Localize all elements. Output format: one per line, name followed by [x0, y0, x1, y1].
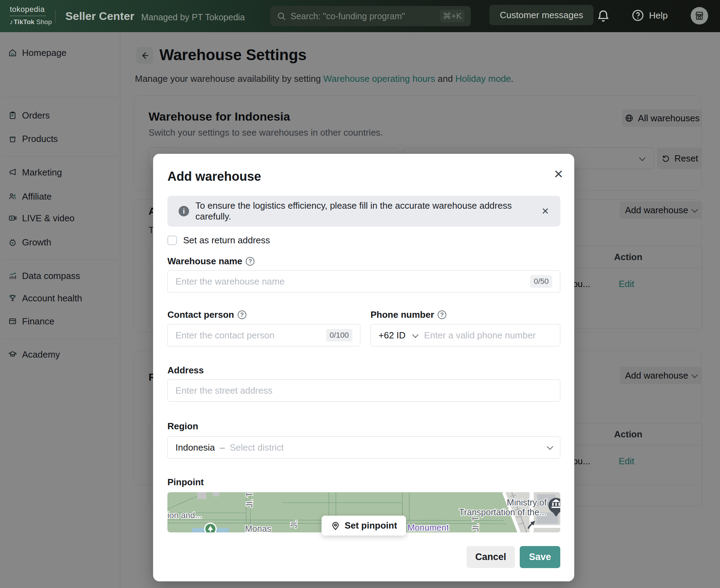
- add-warehouse-modal: Add warehouse ✕ i To ensure the logistic…: [153, 154, 574, 581]
- pinpoint-label: Pinpoint: [167, 477, 204, 488]
- contact-person-label: Contact person ?: [167, 309, 246, 320]
- modal-title: Add warehouse: [167, 169, 261, 184]
- set-pinpoint-button[interactable]: Set pinpoint: [322, 516, 406, 536]
- return-address-checkbox[interactable]: [167, 236, 177, 245]
- tokopedia-tiktok-logo: tokopedia ♪ TikTok Shop: [10, 5, 52, 26]
- svg-text:Jl. T: Jl. T: [471, 516, 480, 532]
- region-label: Region: [167, 421, 198, 432]
- help-circle-icon[interactable]: ?: [238, 310, 246, 319]
- help-circle-icon[interactable]: ?: [246, 257, 254, 266]
- pin-icon: [331, 521, 340, 531]
- tokopedia-logo: tokopedia: [10, 5, 52, 14]
- region-select[interactable]: Indonesia – Select district: [167, 436, 560, 459]
- region-separator: –: [220, 442, 225, 453]
- phone-number-input[interactable]: +62 ID Enter a valid phone number: [370, 324, 560, 346]
- address-label: Address: [167, 365, 204, 376]
- svg-text:Monument: Monument: [408, 523, 449, 532]
- info-banner: i To ensure the logistics efficiency, pl…: [167, 196, 560, 227]
- svg-text:Monas: Monas: [245, 524, 271, 532]
- return-address-row: Set as return address: [167, 235, 270, 246]
- warehouse-name-label: Warehouse name ?: [167, 256, 254, 267]
- phone-number-label: Phone number ?: [370, 309, 446, 320]
- phone-country-prefix[interactable]: +62 ID: [379, 330, 405, 341]
- app-title: Seller Center: [65, 10, 134, 23]
- svg-text:Jl.: Jl.: [289, 520, 298, 528]
- help-label: Help: [649, 10, 668, 21]
- warehouse-name-input[interactable]: Enter the warehouse name 0/50: [167, 270, 560, 293]
- notification-bell-icon[interactable]: [596, 8, 611, 24]
- svg-text:Transportation of the...: Transportation of the...: [459, 507, 547, 517]
- topbar-divider: [55, 10, 56, 23]
- customer-messages-button[interactable]: Customer messages: [489, 5, 593, 25]
- svg-text:Ministry of: Ministry of: [507, 497, 547, 507]
- managed-by-label: Managed by PT Tokopedia: [141, 12, 245, 22]
- search-icon: [276, 11, 286, 21]
- address-input[interactable]: Enter the street address: [167, 379, 560, 402]
- search-input[interactable]: Search: "co-funding program" ⌘+K: [270, 6, 471, 26]
- help-circle-icon[interactable]: ?: [438, 310, 446, 319]
- return-address-label: Set as return address: [183, 235, 270, 246]
- help-button[interactable]: Help: [631, 8, 668, 22]
- logo-divider-line: [10, 16, 46, 16]
- svg-text:Jl. Tit: Jl. Tit: [245, 492, 254, 508]
- save-button[interactable]: Save: [520, 546, 560, 568]
- cancel-button[interactable]: Cancel: [467, 546, 515, 568]
- chevron-down-icon: [412, 331, 419, 338]
- search-shortcut: ⌘+K: [440, 10, 465, 22]
- top-bar: tokopedia ♪ TikTok Shop Seller Center Ma…: [0, 0, 720, 32]
- tiktok-shop-logo: ♪ TikTok Shop: [10, 18, 52, 26]
- info-icon: i: [179, 206, 189, 216]
- store-icon: [694, 10, 705, 21]
- banner-close-icon[interactable]: ✕: [541, 206, 549, 217]
- svg-text:ion and...: ion and...: [167, 510, 202, 520]
- char-counter: 0/50: [530, 275, 552, 288]
- shop-avatar[interactable]: [691, 7, 708, 24]
- banner-text: To ensure the logistics efficiency, plea…: [195, 200, 535, 222]
- close-icon[interactable]: ✕: [551, 166, 566, 182]
- char-counter: 0/100: [326, 329, 352, 342]
- contact-person-input[interactable]: Enter the contact person 0/100: [167, 324, 360, 346]
- chevron-down-icon: [547, 443, 553, 450]
- help-icon: [631, 8, 645, 22]
- search-placeholder: Search: "co-funding program": [290, 11, 436, 21]
- pinpoint-map[interactable]: ion and... Jl. Tit Monas Jl. Jl. T Monum…: [167, 492, 560, 532]
